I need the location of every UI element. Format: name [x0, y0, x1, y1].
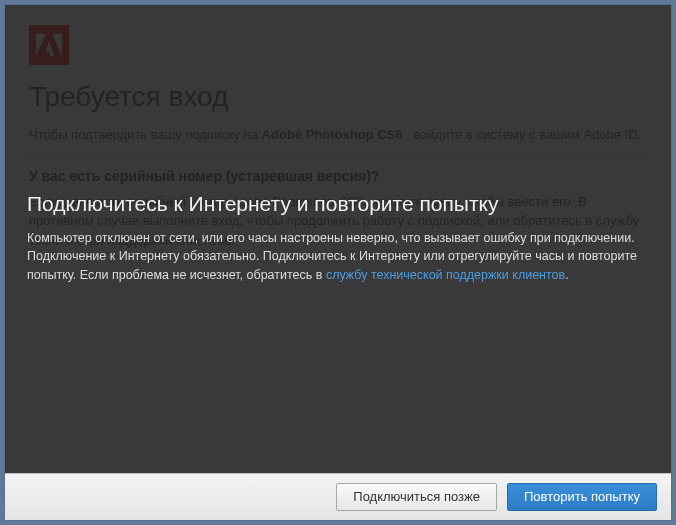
modal-overlay: Подключитесь к Интернету и повторите поп… [5, 5, 671, 520]
modal-body: Компьютер отключен от сети, или его часы… [27, 229, 649, 283]
modal-content: Подключитесь к Интернету и повторите поп… [5, 185, 671, 284]
retry-button[interactable]: Повторить попытку [507, 483, 657, 511]
connect-later-button[interactable]: Подключиться позже [336, 483, 497, 511]
modal-title: Подключитесь к Интернету и повторите поп… [27, 191, 649, 217]
button-bar: Подключиться позже Повторить попытку [5, 473, 671, 520]
dialog-window: Требуется вход Чтобы подтвердить вашу по… [5, 5, 671, 520]
modal-body-post: . [565, 268, 568, 282]
support-link[interactable]: службу технической поддержки клиентов [326, 268, 565, 282]
